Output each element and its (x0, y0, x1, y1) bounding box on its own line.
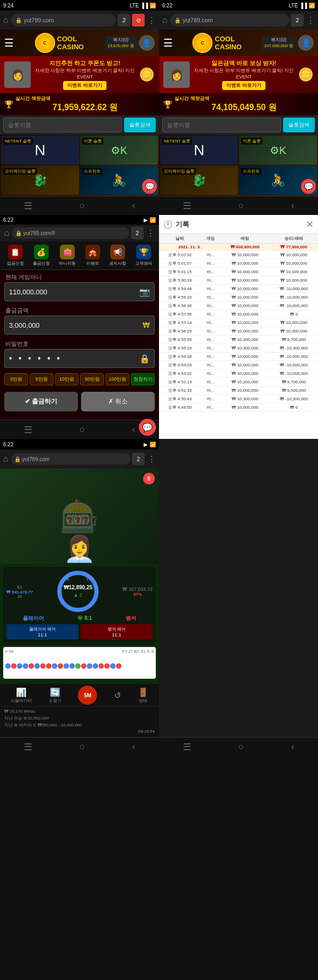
search-input-right[interactable] (162, 118, 281, 132)
cancel-withdrawal-btn[interactable]: ✗ 취소 (81, 392, 155, 411)
confirm-withdrawal-btn[interactable]: ✔ 출금하기 (4, 392, 78, 411)
simulator-btn[interactable]: 📊 시뮬레이터 (11, 687, 32, 704)
game-money-input[interactable]: 110,000,000 📷 (4, 282, 155, 301)
menu-item-notice[interactable]: 📢 공지사항 (109, 245, 126, 266)
search-btn-right[interactable]: 슬롯검색 (283, 118, 315, 132)
mini-url-box[interactable]: 🔒 yut789.com/# (12, 227, 129, 239)
nav-back-left[interactable]: ‹ (132, 200, 135, 211)
menu-icon-left[interactable]: ☰ (4, 37, 14, 49)
slot-card-netent-left[interactable]: NETENT 슬롯 N (1, 136, 79, 165)
banker-stat-label: 37% (122, 592, 153, 597)
col-game: 게임 (201, 234, 220, 244)
mini-home-btn[interactable]: ⌂ (3, 227, 11, 239)
player-label: 플레이어 (23, 615, 44, 622)
live-tab-btn[interactable]: 2 (132, 453, 145, 465)
menu-item-withdraw[interactable]: 💰 출금신청 (33, 245, 50, 266)
slot-label-kiron-left: 키론 슬롯 (82, 138, 103, 145)
home-btn-right[interactable]: ⌂ (161, 14, 169, 26)
help-btn[interactable]: 🔄 도움기 (49, 687, 61, 704)
nav-menu-w[interactable]: ☰ (24, 424, 32, 436)
url-box-right[interactable]: 🔒 yut789.com (170, 14, 289, 26)
amount-btn-50k[interactable]: 5만원 (30, 373, 54, 385)
live-url-box[interactable]: 🔒 yut789.com (11, 453, 130, 465)
signal-right: LTE ▐▐ 📶 (289, 3, 315, 8)
password-label: 비밀번호 (0, 338, 159, 349)
block-btn-left[interactable]: ⊘ (132, 14, 145, 26)
nav-back-right-1[interactable]: ‹ (291, 200, 294, 211)
menu-icon-right[interactable]: ☰ (163, 37, 173, 49)
right-empty-pane: ☰ ○ ‹ (159, 439, 318, 756)
search-btn-left[interactable]: 슬롯검색 (124, 118, 156, 132)
chat-fab-withdrawal[interactable]: 💬 (139, 419, 156, 436)
nav-home-right-1[interactable]: ○ (238, 200, 244, 211)
amount-btn-1000k[interactable]: 100만원 (105, 373, 129, 385)
slot-card-netent-right[interactable]: NETENT 슬롯 N (160, 136, 238, 165)
nav-home-live[interactable]: ○ (80, 741, 85, 752)
more-btn-right[interactable]: ⋮ (305, 14, 316, 26)
refresh-icon: ↺ (114, 690, 121, 700)
avatar-right[interactable]: 👤 (298, 35, 314, 51)
nav-menu-hist[interactable]: ☰ (183, 741, 191, 753)
password-input[interactable]: • • • • • • 🔒 (4, 349, 155, 368)
banner-content-right: 잃은금액 바로 보상 받자! 자세한 사항은 하부 이벤트 베로가기 클릭! 지… (193, 59, 295, 90)
slot-card-omg-left[interactable]: 오미케이밍 슬롯 🐉 (1, 166, 79, 195)
menu-item-event[interactable]: 🎪 이벤트 (85, 245, 100, 266)
banner-title-right: 잃은금액 바로 보상 받자! (193, 59, 295, 67)
mini-lock-icon: 🔒 (15, 230, 22, 236)
refresh-btn[interactable]: ↺ (114, 690, 121, 700)
game-cell: 바... (201, 251, 220, 259)
room-btn[interactable]: 🚪 방배 (138, 687, 148, 704)
help-label: 도움기 (49, 698, 61, 704)
nav-menu-right-1[interactable]: ☰ (183, 200, 191, 212)
slot-card-kiron-left[interactable]: 키론 슬롯 ⚙K (80, 136, 158, 165)
nav-back-live[interactable]: ‹ (132, 741, 135, 752)
amount-btn-30k[interactable]: 3만원 (4, 373, 28, 385)
netent-logo-left: N (34, 142, 45, 159)
nav-back-w[interactable]: ‹ (132, 424, 135, 435)
menu-item-deposit[interactable]: 📋 입금신청 (7, 245, 24, 266)
avatar-left[interactable]: 👤 (139, 35, 155, 51)
fab-5m-btn[interactable]: 5M (78, 686, 97, 705)
nav-home-hist[interactable]: ○ (238, 741, 244, 752)
mini-more-btn[interactable]: ⋮ (145, 227, 156, 239)
amount-btn-500k[interactable]: 50만원 (80, 373, 104, 385)
withdrawal-amount-value: 3,000,000 (9, 321, 143, 329)
amount-btn-clear[interactable]: 청청하기 (131, 373, 155, 385)
nav-home-left[interactable]: ○ (80, 200, 85, 211)
search-input-left[interactable] (3, 118, 122, 132)
nav-home-w[interactable]: ○ (80, 424, 85, 435)
home-btn-left[interactable]: ⌂ (2, 14, 10, 26)
mini-tab-btn[interactable]: 2 (131, 227, 144, 239)
logo-left: C COOLCASINO (35, 33, 84, 53)
col-date: 날짜 (159, 234, 201, 244)
live-more-btn[interactable]: ⋮ (146, 453, 157, 465)
road-dot (40, 663, 46, 669)
slot-card-kiron-right[interactable]: 키론 슬롯 ⚙K (239, 136, 317, 165)
password-dots: • • • • • • (9, 354, 139, 363)
road-dot (5, 663, 11, 669)
menu-item-support[interactable]: 🏆 고객센터 (135, 245, 152, 266)
chat-fab-left[interactable]: 💬 (142, 179, 157, 194)
nav-menu-live[interactable]: ☰ (24, 741, 32, 753)
banner-btn-right[interactable]: 이벤트 바로가기 (222, 81, 266, 90)
tab-btn-right[interactable]: 2 (291, 14, 304, 26)
status-bar-right: 6:22 LTE ▐▐ 📶 (159, 0, 318, 11)
tab-btn-left[interactable]: 2 (118, 14, 130, 26)
withdrawal-amount-input[interactable]: 3,000,000 ₩ (4, 316, 155, 335)
banner-btn-left[interactable]: 이벤트 바로가기 (63, 81, 107, 90)
live-home-btn[interactable]: ⌂ (2, 453, 10, 465)
more-btn-left[interactable]: ⋮ (146, 14, 157, 26)
slot-card-omg-right[interactable]: 오미케이밍 슬롯 🐉 (160, 166, 238, 195)
chat-fab-right[interactable]: 💬 (301, 179, 316, 194)
close-history-btn[interactable]: ✕ (306, 219, 314, 230)
nav-menu-left[interactable]: ☰ (24, 200, 32, 212)
banner-sub-right: 자세한 사항은 하부 이벤트 베로가기 클릭! 지인 EVENT (193, 67, 295, 79)
amount-btn-100k[interactable]: 10만원 (55, 373, 79, 385)
menu-item-transfer[interactable]: 👛 머니이동 (59, 245, 76, 266)
nav-back-hist[interactable]: ‹ (291, 741, 294, 752)
event-icon: 🎪 (85, 245, 100, 259)
tie-label: 무 8:1 (77, 615, 92, 622)
road-dot (110, 663, 116, 669)
table-row: 오후 4:51:33 바... ₩ 10,000,000 ₩ 9,500,000 (159, 386, 318, 395)
url-box-left[interactable]: 🔒 yut789.com (11, 14, 116, 26)
